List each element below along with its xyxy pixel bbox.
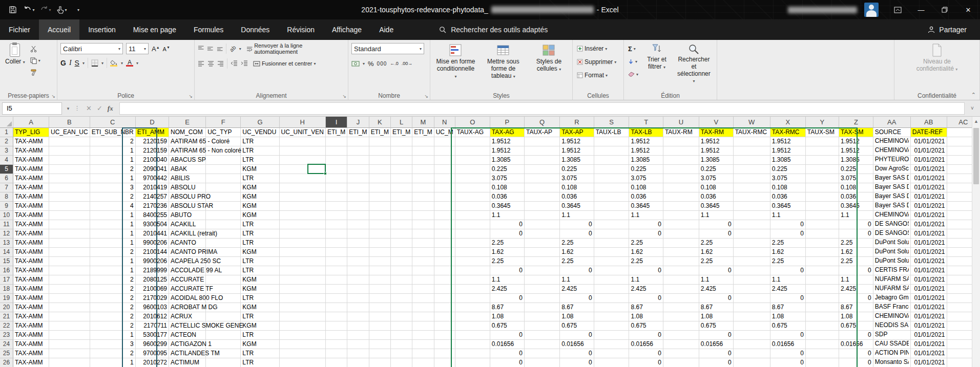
cell-Y18[interactable] [806,285,839,294]
cell-L7[interactable] [391,183,412,192]
col-header-X[interactable]: X [770,117,806,128]
cell-X23[interactable]: 0 [770,331,806,340]
cell-Q10[interactable] [525,211,560,220]
cell-O12[interactable] [455,229,490,239]
cell-I8[interactable] [326,192,347,202]
cell-B17[interactable] [49,275,90,285]
cell-Z13[interactable]: 2.25 [839,239,873,248]
cell-G1[interactable]: UC_VENDU [241,128,279,137]
cell-H5[interactable] [280,165,326,174]
cell-J3[interactable] [347,146,369,156]
cell-W2[interactable] [734,137,770,146]
cell-N16[interactable] [434,266,455,275]
cell-O6[interactable] [455,174,490,183]
cell-J24[interactable] [347,340,369,349]
cell-N11[interactable] [434,220,455,229]
align-top-icon[interactable] [198,46,204,52]
col-header-D[interactable]: D [136,117,169,128]
undo-dropdown-icon[interactable]: ▾ [32,8,34,12]
cell-B13[interactable] [49,239,90,248]
cell-T8[interactable]: 0.036 [629,192,663,202]
cell-H22[interactable] [280,321,326,331]
cell-V1[interactable]: TAX-RM [699,128,734,137]
cell-E10[interactable]: ABUTO [169,211,206,220]
cell-A24[interactable]: TAX-AMM [13,340,49,349]
cell-M7[interactable] [412,183,434,192]
cell-E8[interactable]: ABSOLU PRO [169,192,206,202]
cell-AB4[interactable]: 01/01/2021 [911,156,947,165]
cell-P1[interactable]: TAX-AG [490,128,525,137]
tab-insertion[interactable]: Insertion [79,19,124,40]
cell-Q23[interactable] [525,331,560,340]
cell-I3[interactable] [326,146,347,156]
col-header-O[interactable]: O [455,117,490,128]
cell-V15[interactable]: 2.25 [699,257,734,266]
cell-H26[interactable] [280,358,326,367]
cell-V4[interactable]: 1.3085 [699,156,734,165]
row-header-20[interactable]: 20 [0,303,13,312]
cell-AA17[interactable]: NUFARM SA [873,275,911,285]
cell-P21[interactable]: 1.08 [490,312,525,321]
cell-U2[interactable] [663,137,699,146]
cell-D20[interactable]: 9600103 [136,303,169,312]
cell-O16[interactable] [455,266,490,275]
cell-X25[interactable]: 0 [770,349,806,358]
cell-Q22[interactable] [525,321,560,331]
cell-AA12[interactable]: DE SANGOSSE [873,229,911,239]
cell-N23[interactable] [434,331,455,340]
cell-W1[interactable]: TAUX-RMC [734,128,770,137]
cell-Q7[interactable] [525,183,560,192]
cell-H15[interactable] [280,257,326,266]
font-dialog-launcher[interactable]: ↘ [189,94,193,99]
cell-U16[interactable] [663,266,699,275]
cell-A16[interactable]: TAX-AMM [13,266,49,275]
cell-R23[interactable]: 0 [560,331,594,340]
cell-Y9[interactable] [806,202,839,211]
cell-J4[interactable] [347,156,369,165]
cell-P3[interactable]: 1.9512 [490,146,525,156]
cut-button[interactable] [29,44,41,54]
cell-G19[interactable]: LTR [241,294,279,303]
cell-S26[interactable] [594,358,630,367]
cell-P23[interactable]: 0 [490,331,525,340]
cell-N7[interactable] [434,183,455,192]
cell-P4[interactable]: 1.3085 [490,156,525,165]
cell-N3[interactable] [434,146,455,156]
cell-X16[interactable]: 0 [770,266,806,275]
cell-S7[interactable] [594,183,630,192]
cell-N4[interactable] [434,156,455,165]
cell-V2[interactable]: 1.9512 [699,137,734,146]
cell-Z9[interactable]: 0.3645 [839,202,873,211]
cell-C2[interactable]: 2 [90,137,136,146]
col-header-F[interactable]: F [206,117,241,128]
cell-K26[interactable] [369,358,391,367]
cell-AA11[interactable]: DE SANGOSSE [873,220,911,229]
cell-V16[interactable]: 0 [699,266,734,275]
cell-O24[interactable] [455,340,490,349]
cell-AB2[interactable]: 01/01/2021 [911,137,947,146]
cell-L22[interactable] [391,321,412,331]
cell-C11[interactable]: 1 [90,220,136,229]
cell-A13[interactable]: TAX-AMM [13,239,49,248]
cell-R6[interactable]: 3.075 [560,174,594,183]
cell-O18[interactable] [455,285,490,294]
vertical-scrollbar[interactable]: ▲ [972,117,980,367]
cell-N8[interactable] [434,192,455,202]
row-header-5[interactable]: 5 [0,165,13,174]
cell-R13[interactable]: 2.25 [560,239,594,248]
cell-I22[interactable] [326,321,347,331]
cell-G26[interactable]: LTR [241,358,279,367]
cell-M24[interactable] [412,340,434,349]
cell-R18[interactable]: 2.425 [560,285,594,294]
cell-E5[interactable]: ABAK [169,165,206,174]
row-header-22[interactable]: 22 [0,321,13,331]
cell-W5[interactable] [734,165,770,174]
cell-W7[interactable] [734,183,770,192]
row-header-11[interactable]: 11 [0,220,13,229]
cell-J26[interactable] [347,358,369,367]
cell-AA15[interactable]: DuPont Solut [873,257,911,266]
cell-N20[interactable] [434,303,455,312]
cell-L19[interactable] [391,294,412,303]
cell-F1[interactable]: UC_TYP [206,128,241,137]
cell-W20[interactable] [734,303,770,312]
